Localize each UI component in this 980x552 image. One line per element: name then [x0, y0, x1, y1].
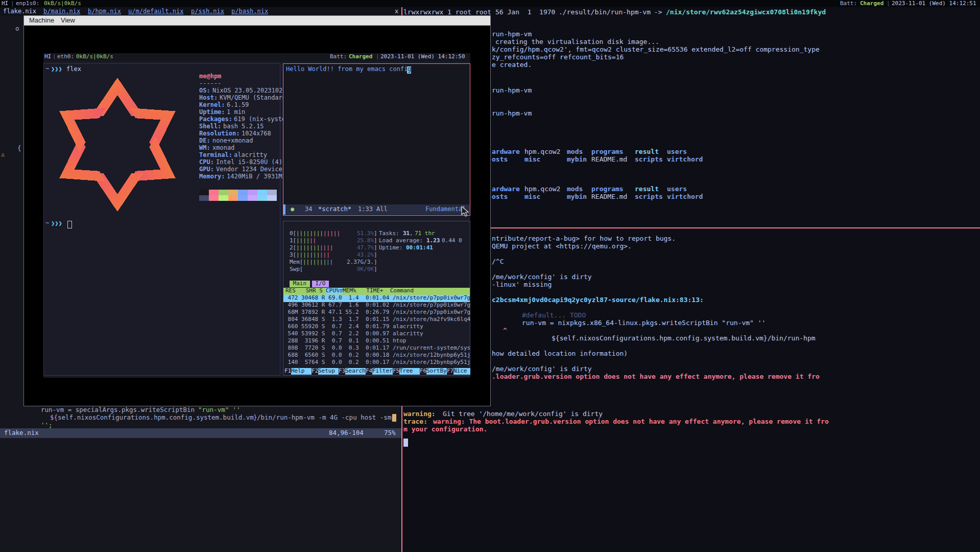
terminal-line: QEMU project at <https://qemu.org>.: [492, 243, 632, 250]
palette-swatch: [199, 195, 209, 201]
ls-dir: virtchord: [667, 156, 703, 164]
code-line: run-vm = specialArgs.pkgs.writeScriptBin: [41, 406, 199, 413]
process-row: 496 30612 R 67.7 1.6 0:01.02 /nix/store/…: [284, 302, 470, 309]
palette-swatch: [219, 195, 228, 201]
tab-b-hpm-nix[interactable]: b/hpm.nix: [88, 8, 121, 15]
text-run: |||||||: [296, 252, 320, 259]
text-run: 6.1.59: [227, 102, 249, 109]
htop-sort-column[interactable]: CPU%▽: [326, 288, 343, 294]
error-caret: ^: [503, 327, 507, 335]
ls-dir: osts: [492, 193, 508, 201]
tab-flake-nix[interactable]: flake.nix: [3, 8, 36, 15]
terminal-line: creating the virtualisation disk image..…: [495, 38, 659, 46]
symlink-name: ./result/bin/run-hpm-vm: [559, 9, 651, 16]
text-run: 1 min: [227, 109, 245, 116]
htop-f5-key[interactable]: F5: [393, 368, 399, 375]
text-run: 1420MiB / 3931Mi: [227, 173, 286, 180]
typed-command: flex: [66, 66, 81, 73]
htop-f2-key[interactable]: F2: [312, 368, 318, 375]
vm-terminal-window[interactable]: ~❯❯❯flexme@hpm------OS:NixOS 23.05.20231…: [43, 63, 280, 376]
modeline-filename: flake.nix: [4, 429, 39, 436]
terminal-line: run-hpm-vm: [492, 87, 532, 95]
tab-u-m-default-nix[interactable]: u/m/default.nix: [128, 8, 183, 15]
htop-tab-io[interactable]: I/O: [312, 281, 329, 287]
text-run: 71 thr: [415, 231, 435, 237]
text-run: xmonad: [212, 145, 234, 152]
vm-htop-window[interactable]: 0[|||||||||||||51.3%]1[||||||25.8%]2[|||…: [283, 221, 470, 376]
text-run: Host:: [199, 95, 218, 102]
terminal-line: e created.: [492, 61, 532, 69]
ls-dir: mods: [567, 148, 583, 156]
text-run: OS:: [199, 87, 210, 95]
prompt-path: ~: [45, 220, 49, 227]
process-row: 540 53992 S 0.7 2.2 0:00.97 alacritty: [284, 331, 423, 337]
text-run: |: [887, 1, 890, 7]
htop-f4-filter[interactable]: Filter: [372, 368, 393, 375]
vm-battery-status: Charged: [349, 54, 372, 60]
modeline-percent: 75%: [384, 429, 396, 436]
text-run: 2[: [290, 245, 296, 251]
warning-icon: ⚠: [1, 151, 5, 158]
vm-clock: 2023-11-01 (Wed) 14:12:50: [380, 54, 465, 60]
qemu-menu-machine[interactable]: Machine: [29, 17, 54, 25]
ls-dir: misc: [524, 156, 540, 164]
code-string: "run-vm": [198, 406, 229, 413]
text-run: 00:01:41: [406, 245, 433, 251]
vm-battery-label: Batt:: [330, 54, 347, 60]
htop-f2-setup[interactable]: Setup: [318, 368, 339, 375]
text-run: 47.7%: [357, 245, 374, 251]
palette-swatch: [248, 195, 257, 201]
htop-f3-search[interactable]: Search: [345, 368, 366, 375]
vm-status-bar: HI|eth0:0kB/s|0kB/sBatt:Charged|2023-11-…: [43, 53, 470, 61]
text-run: ->: [650, 9, 666, 16]
terminal-line: -linux' missing: [492, 281, 552, 289]
process-row: 804 36848 S 1.3 1.7 0:01.15 /nix/store/h…: [284, 316, 470, 323]
warning-line: m your configuration.: [403, 426, 487, 433]
code-fragment: o: [15, 25, 19, 32]
text-run: Uptime:: [379, 245, 402, 251]
tab-bar-close-button[interactable]: x: [395, 8, 398, 15]
process-row: 660 55920 S 0.7 2.4 0:01.79 alacritty: [284, 324, 423, 330]
htop-f7-nice[interactable]: Nice: [453, 368, 470, 375]
tab-p-bash-nix[interactable]: p/bash.nix: [231, 8, 268, 15]
htop-f7-key[interactable]: F7: [447, 368, 453, 375]
ls-file: README.md: [591, 193, 627, 201]
ls-symlink: result: [635, 186, 659, 193]
code-excerpt: run-vm = nixpkgs.x86_64-linux.pkgs.write…: [522, 319, 766, 327]
palette-swatch: [209, 195, 219, 201]
tab-p-ssh-nix[interactable]: p/ssh.nix: [191, 8, 224, 15]
modified-indicator: ●: [291, 206, 294, 213]
vm-emacs-window[interactable]: Hello World!! from my emacs config●34*sc…: [283, 63, 470, 216]
process-row: 688 6560 S 0.0 0.2 0:00.18 /nix/store/12…: [284, 352, 470, 359]
process-row: 808 7720 S 0.0 0.3 0:01.17 /run/current-…: [284, 345, 470, 352]
prompt-path: ~: [45, 65, 49, 73]
text-run: ]: [374, 252, 377, 259]
text-run: 1[: [290, 238, 296, 244]
tab-b-main-nix[interactable]: b/main.nix: [43, 8, 80, 15]
text-run: Memory:: [199, 173, 225, 180]
htop-f6-key[interactable]: F6: [420, 368, 426, 375]
text-run: none+xmonad: [212, 137, 253, 145]
htop-f3-key[interactable]: F3: [339, 368, 345, 375]
text-run: |||||||: [303, 259, 326, 266]
ls-dir: osts: [492, 156, 508, 164]
text-run: ------: [199, 80, 221, 87]
palette-swatch: [228, 195, 238, 201]
htop-tab-main[interactable]: Main: [290, 281, 310, 287]
host-battery-label: Batt:: [840, 1, 857, 7]
terminal-line: run-hpm-vm: [492, 31, 532, 38]
code-string: '': [229, 406, 241, 413]
htop-f5-tree[interactable]: Tree: [399, 368, 420, 375]
htop-header: RES SHR S: [285, 288, 326, 294]
ls-file: hpm.qcow2: [524, 186, 560, 193]
host-battery-status: Charged: [860, 1, 883, 7]
palette-swatch: [257, 190, 267, 195]
htop-f1-key[interactable]: F1: [284, 368, 291, 375]
text-run: Resolution:: [199, 130, 240, 137]
vm-screen[interactable]: HI|eth0:0kB/s|0kB/sBatt:Charged|2023-11-…: [43, 53, 470, 378]
qemu-menu-view[interactable]: View: [61, 17, 75, 25]
htop-f6-sortby[interactable]: SortBy: [426, 368, 447, 375]
htop-f1-help[interactable]: Help: [291, 368, 312, 375]
qemu-window[interactable]: MachineView HI|eth0:0kB/s|0kB/sBatt:Char…: [23, 15, 491, 406]
htop-f4-key[interactable]: F4: [366, 368, 372, 375]
